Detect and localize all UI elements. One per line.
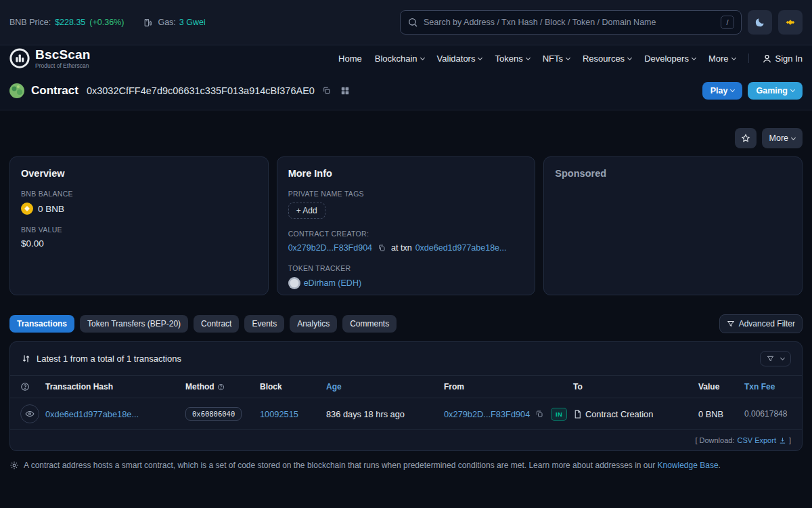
sponsored-title: Sponsored [555, 168, 791, 179]
col-value: Value [698, 382, 744, 391]
eye-icon [25, 409, 35, 419]
tab-events[interactable]: Events [244, 315, 284, 333]
chevron-down-icon [791, 135, 796, 140]
info-cards: Overview BNB BALANCE 0 BNB BNB VALUE $0.… [9, 156, 803, 295]
moon-icon [754, 17, 765, 28]
more-dropdown-button[interactable]: More [762, 128, 803, 148]
bnb-price-link[interactable]: $228.35 [55, 18, 85, 27]
copy-address-button[interactable] [320, 85, 333, 96]
page-title: Contract [31, 84, 78, 98]
chevron-down-icon [731, 55, 736, 60]
download-icon [779, 437, 786, 444]
more-info-title: More Info [288, 168, 524, 179]
tab-comments[interactable]: Comments [342, 315, 397, 333]
contract-identicon [9, 83, 24, 98]
txn-fee-cell: 0.00617848 [744, 409, 802, 419]
col-age[interactable]: Age [326, 382, 444, 391]
contract-header: Contract 0x3032CfFF4e7d9c06631c335F013a9… [0, 71, 812, 110]
favorite-button[interactable] [735, 128, 757, 148]
private-name-tags-label: PRIVATE NAME TAGS [288, 190, 524, 198]
add-tag-button[interactable]: + Add [288, 203, 325, 219]
chevron-down-icon [627, 55, 632, 60]
search-input[interactable] [424, 18, 715, 27]
gas-label: Gas: [158, 18, 175, 27]
gaming-dropdown-button[interactable]: Gaming [748, 82, 803, 100]
nav-item-developers[interactable]: Developers [644, 54, 696, 64]
overview-card: Overview BNB BALANCE 0 BNB BNB VALUE $0.… [9, 156, 269, 295]
table-filter-button[interactable] [760, 351, 791, 366]
creation-txn-link[interactable]: 0xde6ed1d977abe18e... [415, 243, 507, 253]
csv-export-link[interactable]: CSV Export [737, 436, 775, 444]
block-link[interactable]: 10092515 [260, 409, 326, 419]
grid-icon [340, 86, 350, 96]
theme-toggle-button[interactable] [748, 10, 772, 35]
nav-item-home[interactable]: Home [338, 54, 362, 64]
bnb-value-amount: $0.00 [21, 238, 44, 249]
copy-icon [378, 244, 386, 252]
at-txn-label: at txn [391, 243, 412, 253]
advanced-filter-button[interactable]: Advanced Filter [719, 314, 803, 333]
token-icon [288, 277, 300, 289]
tab-token-transfers[interactable]: Token Transfers (BEP-20) [80, 315, 188, 333]
brand-name: BscScan [35, 48, 91, 61]
brand-subtitle: Product of Etherscan [35, 63, 91, 69]
to-cell: Contract Creation [585, 409, 653, 419]
tab-transactions[interactable]: Transactions [9, 315, 74, 333]
question-circle-icon[interactable] [20, 382, 30, 391]
download-prefix: [ Download: [695, 436, 734, 444]
knowledge-base-link[interactable]: Knowledge Base [658, 461, 719, 470]
bnb-coin-icon [21, 203, 33, 215]
nav-item-validators[interactable]: Validators [437, 54, 482, 64]
table-header-row: Transaction Hash Method Block Age From T… [10, 375, 802, 398]
sponsored-card: Sponsored [543, 156, 803, 295]
copy-from-button[interactable] [533, 408, 545, 419]
col-from: From [444, 382, 551, 391]
search-bar: / [400, 10, 742, 35]
copy-icon [322, 86, 331, 95]
bscscan-logo-icon [9, 48, 30, 68]
bnb-price-change: (+0.36%) [89, 18, 124, 27]
transactions-summary: Latest 1 from a total of 1 transactions [37, 354, 181, 364]
chevron-down-icon [566, 55, 570, 60]
age-cell: 836 days 18 hrs ago [326, 409, 444, 419]
chevron-down-icon [478, 55, 482, 60]
bnb-chain-button[interactable] [778, 10, 803, 35]
sign-in-link[interactable]: Sign In [762, 54, 803, 64]
tab-contract[interactable]: Contract [194, 315, 239, 333]
nav-item-nfts[interactable]: NFTs [543, 54, 570, 64]
col-txn-fee[interactable]: Txn Fee [744, 382, 802, 391]
topbar: BNB Price: $228.35 (+0.36%) Gas: 3 Gwei … [0, 0, 812, 45]
creator-address-link[interactable]: 0x279b2D...F83Fd904 [288, 243, 372, 253]
more-info-card: More Info PRIVATE NAME TAGS + Add CONTRA… [277, 156, 536, 295]
tab-analytics[interactable]: Analytics [290, 315, 337, 333]
token-tracker-link[interactable]: eDirham (EDH) [304, 278, 361, 288]
contract-icon [573, 410, 582, 419]
transactions-card: Latest 1 from a total of 1 transactions … [9, 341, 803, 451]
search-icon [407, 17, 418, 28]
chevron-down-icon [780, 356, 785, 360]
funnel-icon [767, 355, 774, 362]
contract-creator-label: CONTRACT CREATOR: [288, 230, 524, 238]
chevron-down-icon [526, 55, 531, 60]
nav-item-tokens[interactable]: Tokens [495, 54, 529, 64]
gas-price-link[interactable]: 3 Gwei [179, 18, 206, 27]
token-tracker-label: TOKEN TRACKER [288, 264, 524, 272]
play-dropdown-button[interactable]: Play [702, 82, 743, 100]
nav-item-resources[interactable]: Resources [583, 54, 631, 64]
copy-creator-button[interactable] [376, 242, 388, 253]
nav-item-blockchain[interactable]: Blockchain [375, 54, 424, 64]
contract-address: 0x3032CfFF4e7d9c06631c335F013a914cBf376A… [87, 85, 315, 96]
qr-grid-button[interactable] [338, 85, 352, 97]
tabs-bar: Transactions Token Transfers (BEP-20) Co… [9, 314, 803, 333]
bnb-balance-label: BNB BALANCE [21, 190, 257, 198]
from-address-link[interactable]: 0x279b2D...F83Fd904 [444, 409, 530, 419]
bnb-value-label: BNB VALUE [21, 226, 257, 234]
chevron-down-icon [790, 87, 795, 92]
chevron-down-icon [730, 87, 735, 92]
txn-hash-link[interactable]: 0xde6ed1d977abe18e... [45, 409, 185, 419]
bscscan-logo[interactable]: BscScan Product of Etherscan [9, 48, 91, 69]
method-badge: 0x60806040 [185, 407, 242, 421]
col-to: To [573, 382, 698, 391]
nav-item-more[interactable]: More [708, 54, 736, 64]
eye-button[interactable] [20, 404, 39, 423]
